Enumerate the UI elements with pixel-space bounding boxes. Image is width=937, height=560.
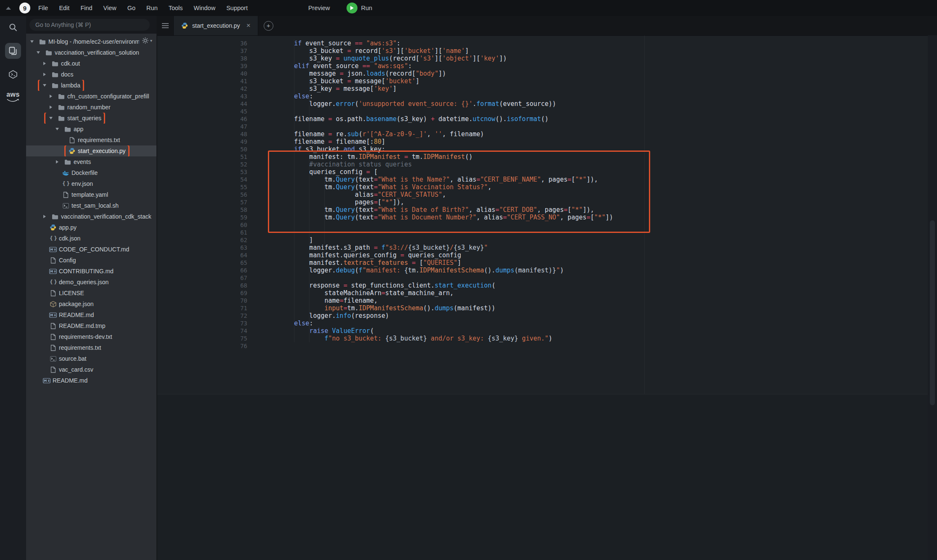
goto-anything-input[interactable]: Go to Anything (⌘ P) xyxy=(29,19,150,31)
preview-button[interactable]: Preview xyxy=(303,0,336,16)
tree-item-random-number[interactable]: random_number xyxy=(26,102,156,113)
line-number[interactable]: 50 xyxy=(157,145,247,153)
tree-item-dockerfile[interactable]: Dockerfile xyxy=(26,167,156,178)
panel-resize-divider[interactable] xyxy=(156,16,157,560)
line-number[interactable]: 44 xyxy=(157,100,247,108)
chevron-right-icon[interactable] xyxy=(42,73,47,76)
tree-item-requirements-txt[interactable]: requirements.txt xyxy=(26,342,156,353)
line-number[interactable]: 46 xyxy=(157,115,247,123)
tree-item-app-py[interactable]: app.py xyxy=(26,222,156,233)
menu-tools[interactable]: Tools xyxy=(163,0,188,16)
line-number[interactable]: 55 xyxy=(157,183,247,191)
chevron-down-icon[interactable] xyxy=(35,51,41,54)
tree-item-requirements-txt[interactable]: requirements.txt xyxy=(26,135,156,145)
line-number[interactable]: 40 xyxy=(157,70,247,77)
line-number[interactable]: 69 xyxy=(157,289,247,297)
tree-settings-gear-icon[interactable]: ▾ xyxy=(139,37,152,44)
line-number[interactable]: 48 xyxy=(157,130,247,138)
line-number[interactable]: 41 xyxy=(157,77,247,85)
line-number[interactable]: 73 xyxy=(157,320,247,327)
tree-item-cdk-json[interactable]: { }cdk.json xyxy=(26,233,156,244)
tree-item-vaccination-verification-cdk-stack[interactable]: vaccination_verification_cdk_stack xyxy=(26,211,156,222)
line-number[interactable]: 47 xyxy=(157,123,247,130)
chevron-right-icon[interactable] xyxy=(48,95,53,98)
tree-item-source-bat[interactable]: source.bat xyxy=(26,353,156,364)
line-number[interactable]: 37 xyxy=(157,47,247,55)
chevron-down-icon[interactable] xyxy=(48,117,53,119)
line-number[interactable]: 49 xyxy=(157,138,247,145)
chevron-right-icon[interactable] xyxy=(48,106,53,109)
line-number[interactable]: 71 xyxy=(157,304,247,312)
line-number[interactable]: 64 xyxy=(157,251,247,259)
line-number[interactable]: 52 xyxy=(157,161,247,168)
line-number[interactable]: 51 xyxy=(157,153,247,161)
tree-item-readme-md[interactable]: README.md xyxy=(26,375,156,386)
tree-item-demo-queries-json[interactable]: { }demo_queries.json xyxy=(26,277,156,288)
line-number[interactable]: 59 xyxy=(157,214,247,221)
tree-item-events[interactable]: events xyxy=(26,156,156,167)
chevron-right-icon[interactable] xyxy=(42,215,47,218)
menu-go[interactable]: Go xyxy=(122,0,141,16)
line-number[interactable]: 39 xyxy=(157,62,247,70)
menu-view[interactable]: View xyxy=(98,0,122,16)
menu-window[interactable]: Window xyxy=(188,0,221,16)
line-number[interactable]: 38 xyxy=(157,55,247,62)
line-number[interactable]: 76 xyxy=(157,342,247,350)
line-number[interactable]: 75 xyxy=(157,335,247,342)
tree-item-env-json[interactable]: { }env.json xyxy=(26,178,156,189)
line-number[interactable]: 66 xyxy=(157,267,247,274)
line-number[interactable]: 45 xyxy=(157,108,247,115)
tree-item-lambda[interactable]: lambda xyxy=(26,80,156,91)
line-number[interactable]: 72 xyxy=(157,312,247,320)
chevron-down-icon[interactable] xyxy=(54,128,60,130)
line-number[interactable]: 62 xyxy=(157,236,247,244)
menu-support[interactable]: Support xyxy=(221,0,253,16)
aws-logo[interactable]: aws xyxy=(0,91,26,102)
collapse-menu-icon[interactable] xyxy=(5,6,11,10)
chevron-right-icon[interactable] xyxy=(42,62,47,65)
aws-toolkit-icon[interactable] xyxy=(5,66,21,82)
tree-item-vaccination-verification-solution[interactable]: vaccination_verification_solution xyxy=(26,47,156,58)
file-tree-panel-icon[interactable] xyxy=(5,43,21,59)
tree-item-test-sam-local-sh[interactable]: test_sam_local.sh xyxy=(26,200,156,211)
chevron-right-icon[interactable] xyxy=(54,160,60,164)
tree-item-cdk-out[interactable]: cdk.out xyxy=(26,58,156,69)
menu-run[interactable]: Run xyxy=(141,0,163,16)
tree-item-template-yaml[interactable]: template.yaml xyxy=(26,189,156,200)
tree-item-readme-md-tmp[interactable]: README.md.tmp xyxy=(26,320,156,331)
line-number[interactable]: 65 xyxy=(157,259,247,267)
tree-item-code-of-conduct-md[interactable]: CODE_OF_CONDUCT.md xyxy=(26,244,156,255)
line-number[interactable]: 58 xyxy=(157,206,247,214)
search-icon[interactable] xyxy=(5,19,21,35)
menu-edit[interactable]: Edit xyxy=(53,0,75,16)
tree-item-readme-md[interactable]: README.md xyxy=(26,309,156,320)
menu-file[interactable]: File xyxy=(33,0,53,16)
tree-item-start-queries[interactable]: start_queries xyxy=(26,113,156,124)
line-number[interactable]: 56 xyxy=(157,191,247,198)
line-number[interactable]: 70 xyxy=(157,297,247,304)
tree-item-cfn-custom-configurator-prefill[interactable]: cfn_custom_configurator_prefill xyxy=(26,91,156,102)
tree-item-vac-card-csv[interactable]: vac_card.csv xyxy=(26,364,156,375)
cloud9-logo-icon[interactable]: 9 xyxy=(19,3,30,13)
tree-item-start-execution-py[interactable]: start_execution.py xyxy=(26,145,156,156)
code-editor[interactable]: 36 if event_source == "aws:s3":37 s3_buc… xyxy=(157,35,928,394)
scrollbar-thumb[interactable] xyxy=(930,220,935,405)
line-number[interactable]: 57 xyxy=(157,198,247,206)
tree-item-mi-blog-home-ec2-user-environment[interactable]: MI-blog - /home/ec2-user/environment xyxy=(26,36,156,47)
line-number[interactable]: 68 xyxy=(157,282,247,289)
close-tab-icon[interactable]: × xyxy=(246,21,251,30)
tab-list-menu-icon[interactable] xyxy=(157,16,174,35)
line-number[interactable]: 67 xyxy=(157,274,247,282)
line-number[interactable]: 36 xyxy=(157,40,247,47)
line-number[interactable]: 53 xyxy=(157,168,247,176)
line-number[interactable]: 43 xyxy=(157,92,247,100)
line-number[interactable]: 74 xyxy=(157,327,247,335)
line-number[interactable]: 63 xyxy=(157,244,247,251)
line-number[interactable]: 54 xyxy=(157,176,247,183)
tab-start-execution-py[interactable]: start_execution.py × xyxy=(174,16,258,35)
tree-item-package-json[interactable]: package.json xyxy=(26,298,156,309)
line-number[interactable]: 42 xyxy=(157,85,247,92)
editor-scrollbar[interactable] xyxy=(928,35,937,560)
tree-item-app[interactable]: app xyxy=(26,124,156,135)
new-tab-button[interactable]: + xyxy=(264,21,273,31)
